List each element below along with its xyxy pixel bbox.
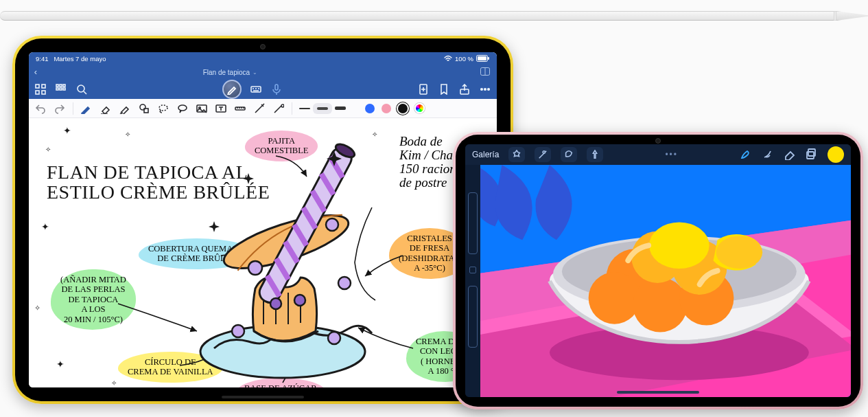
more-icon[interactable] (479, 83, 491, 95)
color-pink[interactable] (382, 104, 391, 113)
ipad-large-device: 9:41 Martes 7 de mayo 100 % ‹ Flan de ta… (12, 36, 513, 404)
home-indicator (222, 396, 304, 398)
pen-tool[interactable] (80, 102, 93, 115)
modify-button[interactable] (469, 267, 476, 273)
color-black-selected[interactable] (398, 104, 408, 113)
smudge-tool[interactable] (762, 148, 774, 162)
share-icon[interactable] (458, 83, 471, 95)
svg-line-16 (84, 91, 86, 94)
home-indicator (617, 391, 699, 394)
front-camera (655, 138, 661, 144)
procreate-app-screen: Galería ••• (465, 144, 851, 397)
svg-point-65 (589, 272, 641, 324)
svg-rect-7 (36, 91, 39, 94)
status-bar: 9:41 Martes 7 de mayo 100 % (29, 52, 497, 65)
svg-point-48 (326, 218, 338, 231)
svg-rect-12 (56, 88, 58, 90)
color-picker-icon[interactable] (414, 103, 425, 113)
svg-point-28 (481, 89, 483, 91)
svg-point-30 (488, 89, 490, 91)
svg-point-52 (232, 325, 244, 337)
svg-point-71 (716, 236, 763, 269)
svg-rect-13 (60, 88, 62, 90)
sparkle-icon: ✧ (34, 304, 40, 313)
ruler-tool[interactable] (234, 102, 246, 115)
svg-rect-1 (478, 56, 486, 60)
svg-point-50 (270, 298, 281, 309)
color-blue[interactable] (365, 104, 375, 113)
flan-illustration (173, 125, 399, 387)
goodnotes-app-screen: 9:41 Martes 7 de mayo 100 % ‹ Flan de ta… (29, 52, 497, 387)
thumbnails-icon[interactable] (55, 83, 67, 95)
document-title[interactable]: Flan de tapioca ⌄ (203, 69, 257, 76)
svg-point-47 (248, 261, 262, 275)
lasso-tool[interactable] (157, 102, 169, 115)
svg-rect-8 (42, 91, 45, 94)
bookmark-icon[interactable] (438, 83, 450, 95)
status-time: 9:41 (36, 55, 49, 63)
stroke-thick[interactable] (335, 106, 346, 110)
split-view-icon[interactable] (480, 67, 490, 77)
document-title-text: Flan de tapioca (203, 69, 250, 76)
stroke-medium[interactable] (317, 107, 328, 110)
procreate-canvas[interactable] (465, 165, 851, 397)
keyboard-icon[interactable] (250, 83, 262, 95)
laser-tool[interactable] (253, 102, 266, 115)
svg-rect-6 (42, 84, 45, 88)
stylus-mode-button[interactable] (222, 80, 242, 99)
transform-button[interactable] (587, 147, 603, 162)
undo-button[interactable] (34, 102, 47, 115)
svg-rect-11 (63, 84, 65, 87)
stroke-thin[interactable] (299, 108, 310, 109)
svg-rect-5 (36, 84, 39, 88)
search-icon[interactable] (75, 83, 88, 95)
selection-button[interactable] (561, 147, 577, 162)
svg-point-33 (159, 105, 167, 111)
svg-rect-22 (275, 84, 278, 90)
tool-options-row (29, 99, 497, 118)
svg-point-34 (178, 105, 187, 111)
adjustments-button[interactable] (535, 147, 551, 162)
label-perlas: (AÑADIR MITAD DE LAS PERLAS DE TAPIOCA A… (51, 269, 136, 330)
sparkle-icon: ✦ (41, 221, 49, 232)
svg-point-31 (140, 104, 145, 110)
ipad-mini-device: Galería ••• (453, 132, 863, 409)
pointer-tool[interactable] (272, 102, 285, 115)
svg-rect-9 (56, 84, 58, 87)
comment-tool[interactable] (176, 102, 189, 115)
color-swatch[interactable] (828, 146, 844, 163)
document-title-bar: ‹ Flan de tapioca ⌄ (29, 65, 497, 80)
status-battery-text: 100 % (455, 55, 473, 63)
sparkle-icon: ✧ (45, 146, 51, 153)
apple-pencil (0, 5, 868, 26)
chevron-down-icon: ⌄ (253, 69, 257, 76)
layers-button[interactable] (806, 148, 818, 162)
grid-icon[interactable] (34, 83, 47, 95)
svg-rect-2 (488, 57, 489, 60)
opacity-slider[interactable] (468, 286, 478, 348)
back-button[interactable]: ‹ (29, 65, 43, 80)
brush-tool[interactable] (740, 148, 752, 162)
redo-button[interactable] (54, 102, 66, 115)
svg-rect-17 (251, 87, 261, 92)
fruit-bowl-artwork (480, 165, 851, 397)
add-page-icon[interactable] (417, 83, 430, 95)
drawing-canvas[interactable]: Flan de tapioca al estilo crème brûlée ✦… (29, 118, 497, 387)
brush-size-slider[interactable] (468, 192, 478, 254)
actions-button[interactable] (508, 147, 525, 162)
eraser-tool[interactable] (99, 102, 112, 115)
svg-rect-10 (60, 84, 62, 87)
svg-point-53 (328, 332, 340, 344)
text-tool[interactable] (215, 102, 227, 115)
microphone-icon[interactable] (270, 83, 283, 95)
gallery-button[interactable]: Galería (472, 150, 499, 159)
eraser-tool[interactable] (784, 148, 796, 162)
multitask-dots-icon[interactable]: ••• (665, 150, 678, 159)
shape-tool[interactable] (138, 102, 150, 115)
svg-point-70 (649, 223, 709, 269)
main-toolbar (29, 80, 497, 99)
wifi-icon (444, 55, 452, 62)
sparkle-icon: ✧ (111, 379, 117, 387)
highlighter-tool[interactable] (119, 102, 131, 115)
image-tool[interactable] (196, 102, 208, 115)
